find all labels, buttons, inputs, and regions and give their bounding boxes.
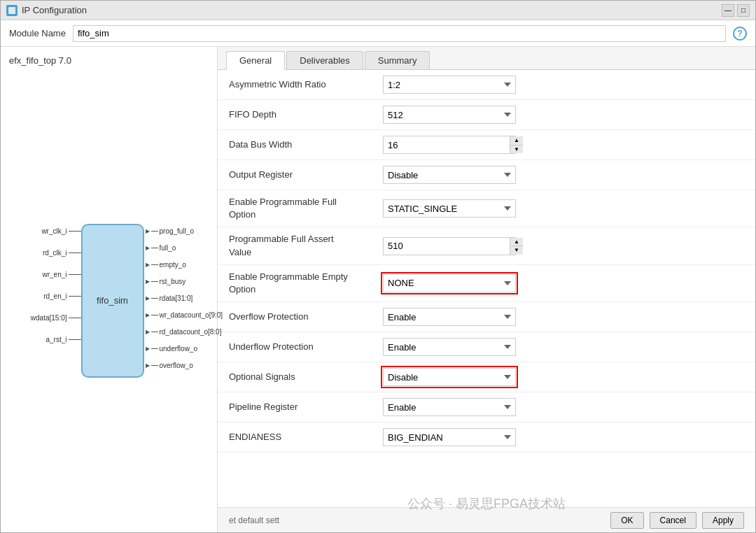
port-label: overflow_o (160, 362, 193, 369)
control-prog-full-assert: ▲ ▼ (372, 227, 755, 264)
title-bar-controls: — □ (722, 4, 750, 17)
arrow: ▶ (146, 346, 150, 352)
select-optional-signals[interactable]: Disable Enable (383, 368, 516, 386)
label-optional-signals: Optional Signals (218, 362, 372, 392)
config-row-endianess: ENDIANESS BIG_ENDIAN LITTLE_ENDIAN (218, 422, 755, 453)
main-content: efx_fifo_top 7.0 wr_clk_i ▶ rd_clk_i (1, 47, 755, 532)
port-row: ▶ rst_busy (146, 278, 223, 285)
spinbox-up-btn[interactable]: ▲ (510, 136, 523, 145)
footer-buttons: OK Cancel Apply (610, 512, 744, 529)
spinbox-buttons-2: ▲ ▼ (510, 238, 523, 255)
select-endianess[interactable]: BIG_ENDIAN LITTLE_ENDIAN (383, 428, 516, 446)
arrow: ▶ (146, 245, 150, 251)
left-panel-title: efx_fifo_top 7.0 (9, 55, 209, 66)
tab-summary[interactable]: Summary (365, 51, 430, 69)
arrow: ▶ (146, 262, 150, 268)
port-row: ▶ prog_full_o (146, 227, 223, 235)
control-data-bus-width: ▲ ▼ (372, 130, 755, 160)
title-bar: IP Configuration — □ (1, 1, 755, 20)
spinbox-down-btn-2[interactable]: ▼ (510, 246, 523, 255)
spinbox-input-prog-full-assert[interactable] (384, 238, 510, 255)
port-row: rd_en_i ▶ (18, 292, 88, 300)
cancel-button[interactable]: Cancel (650, 512, 696, 529)
spinbox-buttons: ▲ ▼ (510, 136, 523, 153)
port-line (69, 296, 83, 297)
select-overflow[interactable]: Enable Disable (383, 308, 516, 326)
label-prog-full-assert: Programmable Full AssertValue (218, 227, 372, 264)
apply-button[interactable]: Apply (702, 512, 744, 529)
config-row-pipeline: Pipeline Register Enable Disable (218, 392, 755, 422)
tabs-row: General Deliverables Summary (218, 47, 755, 70)
port-label: wr_clk_i (18, 227, 67, 235)
control-underflow: Enable Disable (372, 332, 755, 362)
port-label: rst_busy (160, 278, 186, 285)
port-row: ▶ empty_o (146, 261, 223, 269)
control-prog-full: STATIC_SINGLE NONE STATIC_DUAL (372, 190, 755, 227)
port-line (151, 332, 158, 332)
label-output-register: Output Register (218, 160, 372, 190)
footer-bar: et default sett OK Cancel Apply (218, 507, 755, 532)
footer-reset-label[interactable]: et default sett (229, 516, 279, 525)
port-label: rd_en_i (18, 292, 67, 300)
port-row: ▶ wr_datacount_o[9:0] (146, 311, 223, 319)
select-prog-full[interactable]: STATIC_SINGLE NONE STATIC_DUAL (383, 199, 516, 218)
port-line (69, 253, 83, 253)
fifo-diagram: wr_clk_i ▶ rd_clk_i ▶ wr_en_i ▶ (18, 189, 200, 413)
label-fifo-depth: FIFO Depth (218, 100, 372, 130)
arrow: ▶ (146, 329, 150, 335)
port-label: rd_datacount_o[8:0] (160, 328, 222, 336)
title-bar-left: IP Configuration (6, 5, 87, 16)
left-ports: wr_clk_i ▶ rd_clk_i ▶ wr_en_i ▶ (18, 227, 88, 343)
spinbox-input-data-bus-width[interactable] (384, 136, 510, 153)
port-label: empty_o (160, 261, 186, 269)
arrow: ▶ (146, 362, 150, 369)
spinbox-data-bus-width: ▲ ▼ (383, 136, 516, 154)
port-line (69, 274, 83, 275)
label-asymmetric: Asymmetric Width Ratio (218, 70, 372, 100)
spinbox-down-btn[interactable]: ▼ (510, 145, 523, 154)
right-panel: General Deliverables Summary Asymmetric … (218, 47, 755, 532)
select-output-register[interactable]: Disable Enable (383, 166, 516, 184)
select-pipeline[interactable]: Enable Disable (383, 398, 516, 416)
port-row: wdata[15:0] ▶ (18, 314, 88, 322)
port-line (151, 264, 158, 265)
label-prog-empty: Enable Programmable EmptyOption (218, 264, 372, 301)
config-row-optional-signals: Optional Signals Disable Enable (218, 362, 755, 392)
arrow: ▶ (146, 295, 150, 301)
port-row: wr_en_i ▶ (18, 271, 88, 278)
config-row-output-register: Output Register Disable Enable (218, 160, 755, 190)
fifo-box-label: fifo_sim (97, 295, 128, 306)
port-row: ▶ overflow_o (146, 362, 223, 369)
maximize-button[interactable]: □ (737, 4, 750, 17)
select-fifo-depth[interactable]: 512 128 256 1024 2048 (383, 106, 516, 124)
port-line (69, 231, 83, 232)
config-row-prog-full-assert: Programmable Full AssertValue ▲ ▼ (218, 227, 755, 264)
arrow: ▶ (146, 312, 150, 318)
module-name-input[interactable] (73, 25, 726, 42)
tab-general[interactable]: General (226, 51, 285, 70)
port-label: prog_full_o (160, 227, 194, 235)
ok-button[interactable]: OK (610, 512, 643, 529)
select-underflow[interactable]: Enable Disable (383, 338, 516, 356)
port-line (151, 348, 158, 349)
minimize-button[interactable]: — (722, 4, 734, 17)
port-line (69, 318, 83, 318)
select-prog-empty[interactable]: NONE STATIC_SINGLE STATIC_DUAL (383, 274, 516, 292)
port-label: rdata[31:0] (160, 294, 193, 302)
help-icon[interactable]: ? (733, 27, 747, 41)
config-row-underflow: Underflow Protection Enable Disable (218, 332, 755, 362)
port-line (69, 339, 83, 340)
label-overflow: Overflow Protection (218, 302, 372, 332)
main-window: IP Configuration — □ Module Name ? efx_f… (0, 0, 756, 533)
label-prog-full: Enable Programmable FullOption (218, 190, 372, 227)
control-pipeline: Enable Disable (372, 392, 755, 422)
port-row: a_rst_i ▶ (18, 336, 88, 343)
config-table: Asymmetric Width Ratio 1:2 1:1 1:4 2:1 4… (218, 70, 755, 453)
diagram-area: wr_clk_i ▶ rd_clk_i ▶ wr_en_i ▶ (9, 77, 209, 524)
tab-deliverables[interactable]: Deliverables (286, 51, 363, 69)
config-row-data-bus-width: Data Bus Width ▲ ▼ (218, 130, 755, 160)
select-asymmetric[interactable]: 1:2 1:1 1:4 2:1 4:1 (383, 76, 516, 94)
config-row-prog-empty: Enable Programmable EmptyOption NONE STA… (218, 264, 755, 301)
spinbox-up-btn-2[interactable]: ▲ (510, 238, 523, 247)
control-overflow: Enable Disable (372, 302, 755, 332)
